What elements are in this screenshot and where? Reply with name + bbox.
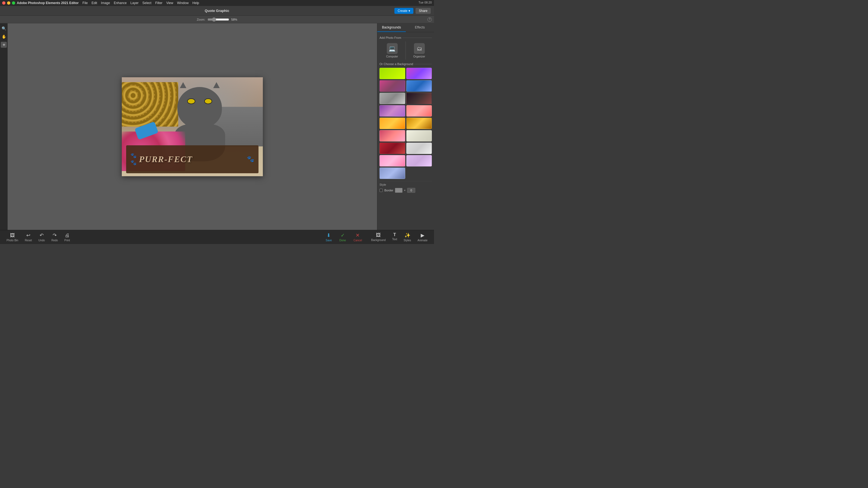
menu-file[interactable]: File bbox=[83, 1, 88, 5]
save-button[interactable]: ⬇ Save bbox=[322, 231, 336, 243]
main-layout: 🔍 ✋ ✥ bbox=[0, 23, 434, 230]
paw-icon-1: 🐾 bbox=[130, 153, 136, 159]
computer-source[interactable]: 💻 Computer bbox=[382, 41, 402, 60]
tab-backgrounds[interactable]: Backgrounds bbox=[377, 23, 406, 32]
quote-banner[interactable]: 🐾 🐾 PURR-FECT 🐾 bbox=[126, 145, 259, 173]
border-color-input[interactable] bbox=[395, 188, 403, 193]
border-checkbox[interactable] bbox=[379, 189, 383, 192]
bg-swatch-5[interactable] bbox=[379, 93, 405, 104]
done-button[interactable]: ✓ Done bbox=[336, 231, 350, 243]
zoom-percentage: 58% bbox=[231, 18, 237, 21]
animate-tool[interactable]: ▶ Animate bbox=[414, 231, 431, 243]
cancel-label: Cancel bbox=[353, 239, 362, 242]
hand-tool[interactable]: ✋ bbox=[1, 34, 7, 40]
bg-swatch-16[interactable] bbox=[406, 155, 432, 166]
border-row: Border ▾ bbox=[379, 188, 432, 193]
photo-bin-label: Photo Bin bbox=[6, 239, 18, 242]
search-tool[interactable]: 🔍 bbox=[1, 26, 7, 31]
text-label: Text bbox=[392, 238, 397, 241]
cat-eye-right bbox=[204, 98, 212, 104]
menu-layer[interactable]: Layer bbox=[130, 1, 138, 5]
done-label: Done bbox=[339, 239, 346, 242]
undo-label: Undo bbox=[38, 239, 45, 242]
bg-swatch-4[interactable] bbox=[406, 80, 432, 92]
reset-icon: ↩ bbox=[26, 232, 30, 238]
save-icon: ⬇ bbox=[327, 232, 331, 238]
menu-select[interactable]: Select bbox=[143, 1, 151, 5]
bg-swatch-17[interactable] bbox=[379, 167, 405, 179]
menu-edit[interactable]: Edit bbox=[91, 1, 97, 5]
bg-swatch-1[interactable] bbox=[379, 68, 405, 79]
text-icon: T bbox=[393, 232, 396, 237]
computer-label: Computer bbox=[386, 55, 398, 58]
animate-icon: ▶ bbox=[421, 232, 425, 238]
menu-image[interactable]: Image bbox=[101, 1, 110, 5]
bottom-toolbar: 🖼 Photo Bin ↩ Reset ↶ Undo ↷ Redo 🖨 Prin… bbox=[0, 230, 434, 244]
menu-enhance[interactable]: Enhance bbox=[114, 1, 126, 5]
bg-swatch-13[interactable] bbox=[379, 142, 405, 154]
maximize-button[interactable] bbox=[12, 1, 15, 5]
border-width-input[interactable] bbox=[407, 188, 415, 193]
zoom-slider[interactable] bbox=[208, 18, 229, 22]
reset-button[interactable]: ↩ Reset bbox=[22, 231, 35, 243]
print-button[interactable]: 🖨 Print bbox=[61, 231, 73, 243]
close-button[interactable] bbox=[2, 1, 5, 5]
canvas-area: 🐾 🐾 PURR-FECT 🐾 bbox=[8, 23, 377, 230]
move-tool[interactable]: ✥ bbox=[1, 42, 7, 48]
menu-view[interactable]: View bbox=[166, 1, 173, 5]
undo-button[interactable]: ↶ Undo bbox=[35, 231, 48, 243]
redo-button[interactable]: ↷ Redo bbox=[48, 231, 61, 243]
cat-ear-left bbox=[180, 82, 186, 88]
zoom-label: Zoom: bbox=[197, 18, 205, 21]
bg-swatch-6[interactable] bbox=[406, 93, 432, 104]
cancel-button[interactable]: ✕ Cancel bbox=[350, 231, 366, 243]
cancel-icon: ✕ bbox=[355, 232, 360, 238]
redo-icon: ↷ bbox=[53, 232, 57, 238]
redo-label: Redo bbox=[51, 239, 58, 242]
text-tool[interactable]: T Text bbox=[389, 231, 400, 243]
clock: Tue 08:20 bbox=[418, 1, 432, 4]
menu-help[interactable]: Help bbox=[192, 1, 199, 5]
background-icon: 🖼 bbox=[376, 232, 381, 238]
title-bar-right: Tue 08:20 bbox=[418, 1, 432, 4]
organizer-source[interactable]: 🗂 Organizer bbox=[409, 41, 429, 60]
quote-text: PURR-FECT bbox=[139, 154, 244, 164]
share-button[interactable]: Share bbox=[415, 8, 431, 14]
bg-swatch-7[interactable] bbox=[379, 105, 405, 117]
traffic-lights[interactable] bbox=[2, 1, 15, 5]
minimize-button[interactable] bbox=[7, 1, 10, 5]
photo-bin-button[interactable]: 🖼 Photo Bin bbox=[3, 231, 22, 243]
print-label: Print bbox=[64, 239, 70, 242]
bg-swatch-3[interactable] bbox=[379, 80, 405, 92]
menu-filter[interactable]: Filter bbox=[155, 1, 162, 5]
paw-prints-right: 🐾 bbox=[247, 156, 254, 163]
create-button[interactable]: Create ▾ bbox=[394, 8, 413, 14]
styles-icon: ✨ bbox=[404, 232, 410, 238]
paw-icon-3: 🐾 bbox=[247, 156, 254, 162]
print-icon: 🖨 bbox=[65, 233, 70, 238]
bg-swatch-10[interactable] bbox=[406, 118, 432, 129]
bg-swatch-11[interactable] bbox=[379, 130, 405, 141]
border-label: Border bbox=[384, 189, 393, 192]
tab-effects[interactable]: Effects bbox=[406, 23, 434, 32]
background-tool[interactable]: 🖼 Background bbox=[368, 231, 389, 243]
right-bottom-tools: 🖼 Background T Text ✨ Styles ▶ Animate bbox=[368, 231, 431, 243]
document-title: Quote Graphic bbox=[205, 9, 229, 13]
bg-swatch-9[interactable] bbox=[379, 118, 405, 129]
help-icon[interactable]: ? bbox=[428, 18, 432, 22]
bg-swatch-14[interactable] bbox=[406, 142, 432, 154]
undo-icon: ↶ bbox=[40, 232, 44, 238]
bg-swatch-12[interactable] bbox=[406, 130, 432, 141]
add-photo-row: 💻 Computer 🗂 Organizer bbox=[379, 41, 432, 60]
save-label: Save bbox=[326, 239, 332, 242]
bg-swatch-2[interactable] bbox=[406, 68, 432, 79]
canvas-wrapper[interactable]: 🐾 🐾 PURR-FECT 🐾 bbox=[122, 77, 263, 176]
bg-swatch-8[interactable] bbox=[406, 105, 432, 117]
menu-window[interactable]: Window bbox=[177, 1, 189, 5]
choose-bg-header: Or Choose a Background bbox=[379, 62, 432, 66]
reset-label: Reset bbox=[25, 239, 32, 242]
app-name: Adobe Photoshop Elements 2021 Editor bbox=[17, 1, 79, 5]
bg-swatch-15[interactable] bbox=[379, 155, 405, 166]
main-toolbar: Quote Graphic Create ▾ Share bbox=[0, 6, 434, 16]
styles-tool[interactable]: ✨ Styles bbox=[400, 231, 414, 243]
